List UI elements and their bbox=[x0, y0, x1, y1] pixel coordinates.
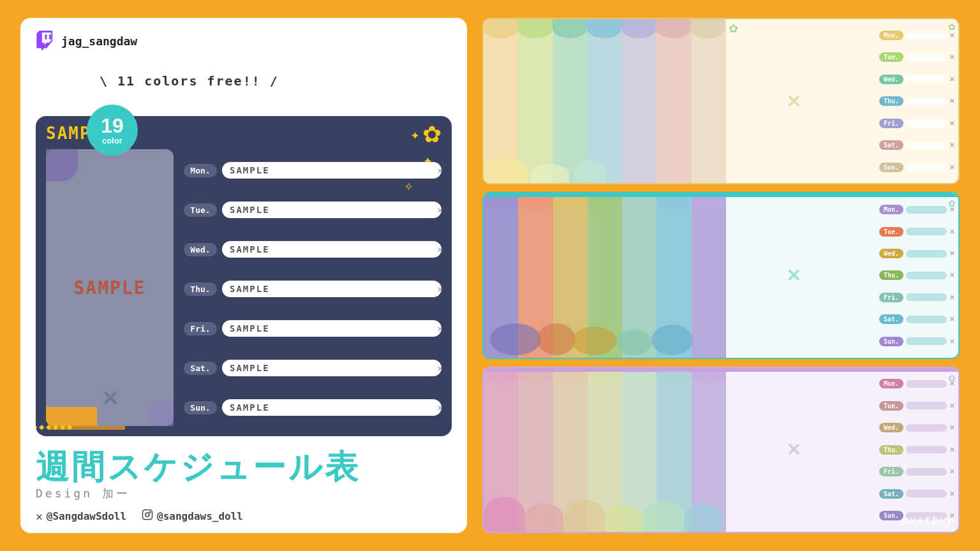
mini-bar-thu-teal bbox=[906, 272, 947, 279]
card-stripes-purple bbox=[484, 368, 726, 532]
mini-row-sat-teal: Sat. ✕ bbox=[879, 314, 954, 324]
schedule-bar-fri: SAMPLE ✕ bbox=[222, 320, 442, 337]
mini-badge-sun-teal: Sun. bbox=[879, 337, 903, 346]
schedule-sidebar-purple: ✿ Mon. ✕ Tue. ✕ Wed. ✕ Thu. bbox=[875, 368, 958, 532]
corner-clover-teal: ✿ bbox=[948, 198, 956, 209]
day-badge-thu: Thu. bbox=[184, 283, 217, 296]
svg-rect-1 bbox=[45, 34, 47, 40]
mini-bar-sun-warm bbox=[906, 163, 947, 171]
mini-row-fri-purple: Fri. ✕ bbox=[879, 467, 954, 476]
schedule-row-wed: Wed. SAMPLE ✕ bbox=[184, 241, 442, 258]
card-stripes-warm bbox=[484, 19, 726, 183]
mini-cross-sat-warm: ✕ bbox=[949, 142, 954, 149]
schedule-row-tue: Tue. SAMPLE ✕ bbox=[184, 202, 442, 218]
preview-cross: ✕ bbox=[101, 386, 119, 411]
mini-cross-wed-warm: ✕ bbox=[949, 76, 954, 83]
twitter-link: ✕ @SangdawSdoll bbox=[36, 510, 126, 523]
center-cross-purple: ✕ bbox=[786, 439, 801, 460]
mini-cross-wed-purple: ✕ bbox=[949, 424, 954, 431]
mini-row-sun-teal: Sun. ✕ bbox=[879, 337, 954, 346]
mini-cross-mon-warm: ✕ bbox=[949, 32, 954, 39]
schedule-sidebar-warm: ✿ Mon. ✕ Tue. ✕ Wed. ✕ Thu. bbox=[875, 19, 958, 183]
mini-cross-thu-teal: ✕ bbox=[949, 272, 954, 279]
schedule-row-sat: Sat. SAMPLE ✕ bbox=[184, 360, 442, 376]
center-cross-teal: ✕ bbox=[786, 265, 801, 286]
mini-bar-mon-purple bbox=[906, 380, 947, 388]
schedule-sidebar-teal: ✿ Mon. ✕ Tue. ✕ Wed. ✕ Thu. bbox=[875, 193, 958, 357]
mini-bar-sat-warm bbox=[906, 142, 947, 149]
corner-clover-warm: ✿ bbox=[948, 22, 956, 32]
mini-bar-thu-warm bbox=[906, 98, 947, 105]
mini-row-thu-teal: Thu. ✕ bbox=[879, 270, 954, 280]
mini-badge-thu-teal: Thu. bbox=[879, 270, 903, 280]
card-content-purple: ✕ · · · · · · · · bbox=[726, 368, 875, 532]
schedule-row-mon: Mon. SAMPLE ✕ bbox=[184, 162, 442, 179]
preview-box: SAMPLE ✕ bbox=[46, 149, 174, 426]
mini-badge-fri-warm: Fri. bbox=[879, 119, 903, 128]
mini-row-fri-warm: Fri. ✕ bbox=[879, 119, 954, 128]
day-badge-fri: Fri. bbox=[184, 322, 217, 335]
mini-cross-thu-purple: ✕ bbox=[949, 446, 954, 453]
mini-badge-mon-warm: Mon. bbox=[879, 31, 903, 40]
center-cross-warm: ✕ bbox=[786, 91, 801, 112]
instagram-icon bbox=[142, 509, 153, 523]
mini-bar-sun-teal bbox=[906, 337, 947, 345]
mini-badge-tue-purple: Tue. bbox=[879, 401, 903, 411]
mini-row-tue-teal: Tue. ✕ bbox=[879, 227, 954, 237]
mini-cross-fri-teal: ✕ bbox=[949, 294, 954, 301]
svg-point-4 bbox=[149, 511, 151, 513]
mini-badge-thu-purple: Thu. bbox=[879, 445, 903, 455]
twitch-icon bbox=[36, 31, 56, 51]
mustbuy-watermark: mustbuy bbox=[900, 513, 953, 527]
mini-row-thu-warm: Thu. ✕ bbox=[879, 96, 954, 106]
badge-number: 19 bbox=[101, 115, 124, 136]
mini-bar-sat-teal bbox=[906, 316, 947, 323]
mini-bar-fri-warm bbox=[906, 119, 947, 127]
preview-card-purple: ✕ · · · · · · · · ✿ Mon. ✕ Tue. ✕ Wed. bbox=[482, 367, 960, 533]
mini-row-wed-warm: Wed. ✕ bbox=[879, 75, 954, 84]
mini-cross-tue-warm: ✕ bbox=[949, 54, 954, 61]
promo-text: \ 11 colors free!! / bbox=[100, 73, 279, 89]
mini-row-mon-warm: Mon. ✕ bbox=[879, 31, 954, 40]
schedule-row-fri: Fri. SAMPLE ✕ bbox=[184, 320, 442, 337]
mini-row-wed-purple: Wed. ✕ bbox=[879, 423, 954, 432]
schedule-bar-tue: SAMPLE ✕ bbox=[222, 202, 442, 218]
mini-badge-mon-teal: Mon. bbox=[879, 205, 903, 214]
twitter-handle: @SangdawSdoll bbox=[47, 510, 126, 522]
card-stripes-teal bbox=[484, 193, 726, 357]
preview-card-teal: ✕ · · · · · · · · ✿ Mon. ✕ Tue. ✕ Wed. bbox=[482, 192, 960, 358]
left-panel: jag_sangdaw 19 color \ 11 colors free!! … bbox=[20, 18, 467, 533]
svg-rect-0 bbox=[49, 34, 51, 40]
mini-badge-tue-teal: Tue. bbox=[879, 227, 903, 237]
mini-badge-sat-teal: Sat. bbox=[879, 314, 903, 324]
mini-cross-tue-teal: ✕ bbox=[949, 228, 954, 235]
corner-deco-tl bbox=[46, 149, 78, 181]
mini-bar-fri-teal bbox=[906, 293, 947, 301]
mini-row-tue-warm: Tue. ✕ bbox=[879, 52, 954, 62]
mini-bar-sat-purple bbox=[906, 490, 947, 497]
row-cross-thu: ✕ bbox=[438, 284, 444, 294]
blobs-teal-top bbox=[484, 197, 726, 210]
mini-badge-fri-purple: Fri. bbox=[879, 467, 903, 476]
mini-row-thu-purple: Thu. ✕ bbox=[879, 445, 954, 455]
row-cross-sat: ✕ bbox=[438, 363, 444, 373]
diamonds: ◆◆◆◆◆◆◆◆ bbox=[36, 423, 74, 431]
username: jag_sangdaw bbox=[61, 34, 137, 48]
schedule-bar-sun: SAMPLE ✕ bbox=[222, 399, 442, 416]
mini-row-mon-teal: Mon. ✕ bbox=[879, 205, 954, 214]
schedule-bar-wed: SAMPLE ✕ bbox=[222, 241, 442, 258]
mini-badge-sat-purple: Sat. bbox=[879, 489, 903, 499]
schedule-row-thu: Thu. SAMPLE ✕ bbox=[184, 281, 442, 297]
cloud-bottoms bbox=[484, 158, 726, 183]
mini-bar-wed-purple bbox=[906, 424, 947, 432]
mini-row-wed-teal: Wed. ✕ bbox=[879, 249, 954, 258]
teal-top-bar bbox=[484, 193, 958, 197]
sample-card: SAMPLE ✿ ✦ ✦ ✧ SAMPLE ✕ Mon. bbox=[36, 116, 452, 436]
row-cross-wed: ✕ bbox=[438, 244, 444, 254]
mini-row-sun-warm: Sun. ✕ bbox=[879, 163, 954, 172]
mini-cross-sat-purple: ✕ bbox=[949, 490, 954, 497]
japanese-title: 週間スケジュール表 bbox=[36, 450, 452, 483]
main-container: jag_sangdaw 19 color \ 11 colors free!! … bbox=[0, 0, 980, 551]
social-links: ✕ @SangdawSdoll @sangdaws_doll bbox=[36, 509, 452, 523]
flower-decoration: ✿ bbox=[422, 121, 442, 148]
